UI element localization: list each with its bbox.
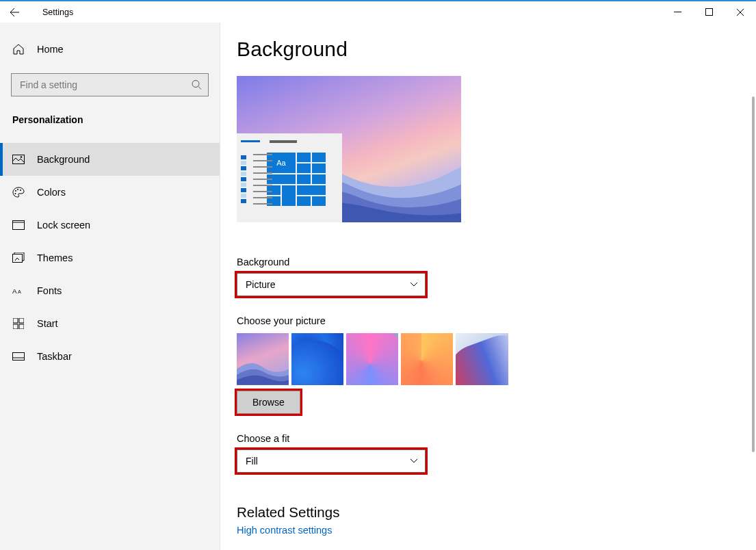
sidebar-item-label: Start [37,318,58,329]
sidebar-item-label: Taskbar [37,351,72,362]
picture-thumb-2[interactable] [291,333,343,385]
minimize-button[interactable] [662,1,693,23]
fit-dropdown-value: Fill [246,456,258,467]
minimize-icon [674,8,681,16]
sidebar-item-taskbar[interactable]: Taskbar [0,340,220,373]
browse-button[interactable]: Browse [237,391,300,414]
background-dropdown-value: Picture [246,279,276,290]
search-container [11,73,209,96]
home-icon [12,43,25,55]
svg-rect-15 [19,324,24,329]
search-input[interactable] [11,73,209,96]
sidebar-item-colors[interactable]: Colors [0,176,220,209]
maximize-button[interactable] [693,1,725,23]
nav-list: Background Colors Lock screen Themes [0,143,220,373]
svg-point-4 [15,190,16,192]
svg-rect-13 [19,318,24,323]
themes-icon [12,252,25,263]
sidebar-item-background[interactable]: Background [0,143,220,176]
svg-point-3 [21,156,23,158]
fonts-icon: AA [12,286,25,296]
sidebar-item-lockscreen[interactable]: Lock screen [0,209,220,241]
svg-point-6 [20,189,21,191]
category-title: Personalization [0,96,220,128]
search-icon [192,80,202,90]
close-icon [736,8,744,16]
svg-text:A: A [12,288,17,296]
sidebar-item-label: Background [37,154,90,165]
sidebar-item-label: Fonts [37,285,62,296]
taskbar-icon [12,352,25,361]
svg-rect-12 [13,318,18,323]
main-content: Background [220,23,756,550]
high-contrast-link[interactable]: High contrast settings [237,525,332,536]
related-settings-heading: Related Settings [237,504,756,521]
sidebar-item-label: Themes [37,252,73,263]
maximize-icon [705,8,713,16]
window-controls [662,1,756,23]
home-nav[interactable]: Home [0,38,220,61]
sidebar: Home Personalization Background Colors [0,23,220,550]
scrollbar-thumb[interactable] [752,96,755,452]
sidebar-item-label: Colors [37,187,66,198]
close-button[interactable] [725,1,756,23]
svg-rect-16 [13,353,25,361]
choose-fit-label: Choose a fit [237,433,756,444]
svg-text:A: A [18,289,21,296]
svg-rect-14 [13,324,18,329]
sidebar-item-themes[interactable]: Themes [0,241,220,274]
lock-screen-icon [12,220,25,230]
picture-thumb-3[interactable] [346,333,398,385]
scrollbar[interactable] [749,23,755,550]
svg-point-7 [15,193,16,194]
picture-thumb-5[interactable] [456,333,508,385]
svg-rect-0 [705,9,712,16]
titlebar: Settings [0,0,756,23]
fit-dropdown[interactable]: Fill [237,449,426,473]
sidebar-item-start[interactable]: Start [0,307,220,340]
browse-button-label: Browse [252,397,285,408]
svg-rect-8 [13,221,25,230]
svg-point-5 [17,189,18,190]
picture-thumbnails [237,333,756,385]
back-button[interactable] [0,1,29,23]
svg-point-1 [192,81,199,88]
home-label: Home [37,44,64,55]
picture-thumb-4[interactable] [401,333,453,385]
background-dropdown[interactable]: Picture [237,273,426,296]
chevron-down-icon [410,282,418,287]
desktop-preview: Aa [237,76,461,222]
background-dropdown-label: Background [237,257,756,267]
preview-start-panel: Aa [237,133,342,222]
palette-icon [12,187,25,198]
sidebar-item-label: Lock screen [37,220,90,231]
window-title: Settings [29,8,73,17]
sidebar-item-fonts[interactable]: AA Fonts [0,274,220,307]
chevron-down-icon [410,458,418,464]
page-title: Background [237,38,756,61]
picture-thumb-1[interactable] [237,333,289,385]
start-icon [12,318,25,329]
picture-icon [12,155,25,164]
arrow-left-icon [9,7,20,18]
choose-picture-label: Choose your picture [237,315,756,326]
